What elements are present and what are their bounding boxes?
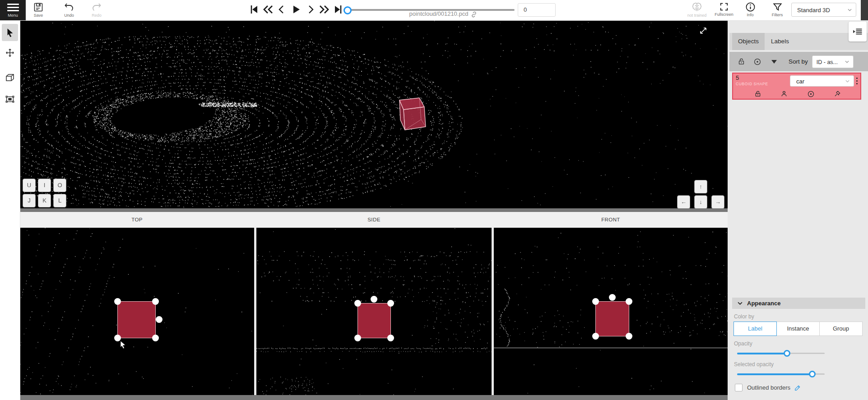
- menu-button[interactable]: Menu: [0, 0, 26, 20]
- previous-frame-button[interactable]: [277, 4, 288, 16]
- panel-tabbar: Objects Labels: [729, 33, 868, 50]
- outlined-borders-checkbox[interactable]: [735, 384, 743, 391]
- next-frame-button[interactable]: [305, 4, 316, 16]
- nav-left-button[interactable]: ←: [677, 195, 690, 208]
- tab-objects[interactable]: Objects: [732, 33, 765, 50]
- cuboid-tool-button[interactable]: [2, 69, 18, 86]
- appearance-header[interactable]: Appearance: [732, 298, 865, 309]
- handle-top-tr[interactable]: [152, 298, 159, 305]
- appearance-title: Appearance: [747, 300, 780, 307]
- handle-side-tl[interactable]: [354, 300, 361, 307]
- opacity-slider[interactable]: [737, 349, 825, 357]
- filters-icon: [772, 2, 783, 12]
- cuboid-annotation-side[interactable]: [357, 303, 391, 338]
- object-pin-icon[interactable]: [834, 90, 841, 98]
- link-icon[interactable]: [470, 11, 478, 18]
- view-mode-select[interactable]: Standard 3D: [791, 3, 856, 17]
- handle-side-rotate[interactable]: [371, 296, 377, 303]
- hotkey-l[interactable]: L: [53, 194, 66, 207]
- hotkey-u[interactable]: U: [23, 179, 36, 192]
- handle-front-tr[interactable]: [626, 298, 632, 305]
- cuboid-annotation-top[interactable]: [117, 301, 156, 338]
- object-class-select[interactable]: car: [790, 75, 854, 87]
- select-tool-button[interactable]: [2, 24, 18, 41]
- expand-view-icon[interactable]: [699, 27, 707, 35]
- sort-select[interactable]: ID - as...: [812, 55, 854, 68]
- frame-number-input[interactable]: 0: [518, 3, 556, 17]
- filters-label: Filters: [765, 13, 790, 17]
- collapse-panel-icon: [853, 27, 863, 36]
- fast-forward-button[interactable]: [319, 4, 330, 16]
- fullscreen-button[interactable]: Fullscreen: [710, 2, 738, 17]
- hotkey-k[interactable]: K: [38, 194, 51, 207]
- main-3d-canvas[interactable]: [20, 20, 728, 208]
- outlined-borders-label: Outlined borders: [747, 384, 790, 391]
- handle-side-br[interactable]: [387, 335, 394, 341]
- nav-up-button[interactable]: ↑: [694, 180, 707, 193]
- side-viewport[interactable]: [256, 228, 492, 395]
- play-icon: [291, 4, 302, 15]
- filters-button[interactable]: Filters: [765, 2, 790, 17]
- tab-labels[interactable]: Labels: [765, 33, 795, 50]
- left-tool-rail: [0, 20, 20, 400]
- color-by-label-button[interactable]: Label: [733, 322, 777, 336]
- lock-all-icon[interactable]: [738, 58, 745, 65]
- selected-opacity-slider[interactable]: [737, 370, 825, 377]
- main-3d-viewport[interactable]: U I O J K L ↑ ← ↓ →: [20, 20, 728, 208]
- top-viewport[interactable]: [20, 228, 254, 395]
- cuboid-annotation-3d[interactable]: [398, 97, 431, 134]
- top-toolbar: Menu Save Undo Redo: [0, 0, 868, 21]
- skip-to-start-button[interactable]: [249, 4, 260, 16]
- handle-front-bl[interactable]: [592, 333, 599, 340]
- horizontal-divider-bottom[interactable]: [20, 395, 728, 400]
- hamburger-icon: [7, 4, 19, 11]
- handle-front-br[interactable]: [626, 333, 632, 340]
- info-button[interactable]: Info: [738, 2, 763, 17]
- hotkey-j[interactable]: J: [23, 194, 36, 207]
- handle-front-rotate[interactable]: [609, 294, 616, 301]
- view-mode-value: Standard 3D: [797, 7, 830, 14]
- visibility-all-icon[interactable]: [753, 58, 761, 66]
- handle-top-bl[interactable]: [114, 335, 121, 341]
- object-author-icon[interactable]: [780, 90, 788, 98]
- nav-down-button[interactable]: ↓: [694, 195, 707, 208]
- info-icon: [745, 2, 756, 12]
- handle-front-tl[interactable]: [592, 298, 599, 305]
- hotkey-o[interactable]: O: [53, 179, 66, 192]
- horizontal-divider-top[interactable]: [20, 208, 728, 212]
- color-by-group-button[interactable]: Group: [819, 322, 863, 336]
- chevron-down-icon: [845, 60, 849, 63]
- redo-button[interactable]: Redo: [84, 2, 109, 18]
- handle-top-tl[interactable]: [114, 298, 121, 305]
- timeline-handle[interactable]: [343, 6, 352, 14]
- handle-top-rotate[interactable]: [156, 316, 162, 323]
- object-lock-icon[interactable]: [754, 90, 761, 98]
- object-menu-button[interactable]: [854, 76, 859, 86]
- color-by-instance-button[interactable]: Instance: [776, 322, 820, 336]
- fast-forward-icon: [319, 4, 330, 15]
- handle-top-br[interactable]: [152, 335, 159, 341]
- undo-button[interactable]: Undo: [56, 2, 82, 18]
- nav-right-button[interactable]: →: [711, 195, 724, 208]
- object-row[interactable]: 5 CUBOID SHAPE car: [732, 73, 861, 100]
- cuboid-annotation-front[interactable]: [595, 301, 629, 336]
- play-button[interactable]: [291, 4, 302, 16]
- previous-frame-icon: [277, 4, 288, 15]
- collapse-panel-button[interactable]: [849, 22, 867, 41]
- front-viewport[interactable]: [494, 228, 728, 395]
- frame-annotation-tool-button[interactable]: [2, 91, 18, 108]
- fast-backward-button[interactable]: [263, 4, 274, 16]
- save-button[interactable]: Save: [26, 2, 51, 18]
- handle-side-tr[interactable]: [387, 300, 394, 307]
- sort-direction-icon[interactable]: [771, 60, 777, 64]
- skip-to-end-button[interactable]: [333, 4, 344, 16]
- handle-side-bl[interactable]: [354, 335, 361, 341]
- pan-tool-button[interactable]: [2, 44, 18, 61]
- edit-border-color-icon[interactable]: [794, 384, 801, 391]
- undo-label: Undo: [56, 13, 82, 18]
- selected-opacity-slider-handle[interactable]: [809, 371, 816, 377]
- opacity-slider-handle[interactable]: [784, 350, 790, 357]
- object-visibility-icon[interactable]: [807, 90, 815, 98]
- hotkey-i[interactable]: I: [38, 179, 51, 192]
- ai-model-button[interactable]: not trained: [683, 2, 711, 18]
